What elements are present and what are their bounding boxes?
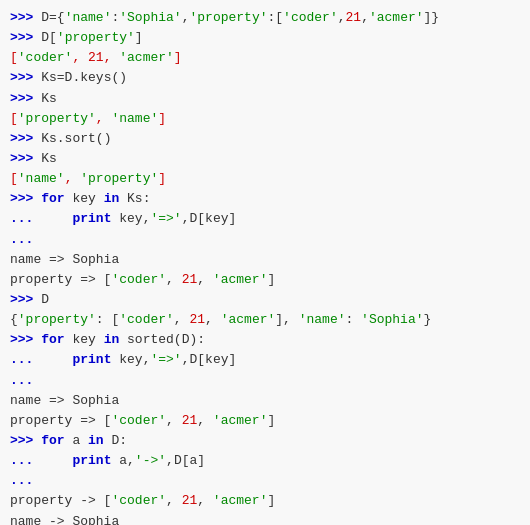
line-21: property => ['coder', 21, 'acmer']	[10, 411, 520, 431]
line-1: >>> D={'name':'Sophia','property':['code…	[10, 8, 520, 28]
line-25: property -> ['coder', 21, 'acmer']	[10, 491, 520, 511]
line-26: name -> Sophia	[10, 512, 520, 525]
line-12: ...	[10, 230, 520, 250]
line-2: >>> D['property']	[10, 28, 520, 48]
line-24: ...	[10, 471, 520, 491]
line-17: >>> for key in sorted(D):	[10, 330, 520, 350]
terminal-window: >>> D={'name':'Sophia','property':['code…	[0, 0, 530, 525]
line-23: ... print a,'->',D[a]	[10, 451, 520, 471]
line-7: >>> Ks.sort()	[10, 129, 520, 149]
line-9: ['name', 'property']	[10, 169, 520, 189]
line-15: >>> D	[10, 290, 520, 310]
line-13: name => Sophia	[10, 250, 520, 270]
line-14: property => ['coder', 21, 'acmer']	[10, 270, 520, 290]
line-20: name => Sophia	[10, 391, 520, 411]
line-22: >>> for a in D:	[10, 431, 520, 451]
line-6: ['property', 'name']	[10, 109, 520, 129]
line-11: ... print key,'=>',D[key]	[10, 209, 520, 229]
prompt: >>>	[10, 10, 41, 25]
line-8: >>> Ks	[10, 149, 520, 169]
line-19: ...	[10, 371, 520, 391]
line-5: >>> Ks	[10, 89, 520, 109]
line-10: >>> for key in Ks:	[10, 189, 520, 209]
line-4: >>> Ks=D.keys()	[10, 68, 520, 88]
line-18: ... print key,'=>',D[key]	[10, 350, 520, 370]
line-3: ['coder', 21, 'acmer']	[10, 48, 520, 68]
line-16: {'property': ['coder', 21, 'acmer'], 'na…	[10, 310, 520, 330]
